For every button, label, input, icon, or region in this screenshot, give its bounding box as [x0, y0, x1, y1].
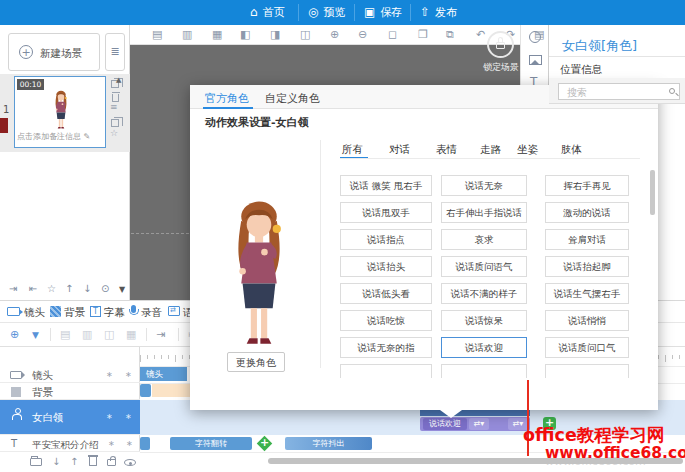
indent-icon[interactable]: ⇥: [156, 328, 165, 341]
character-action-clip[interactable]: 说话欢迎 ⇄▾ ⇄▾: [420, 417, 530, 431]
locate-icon[interactable]: ⊕: [10, 328, 19, 341]
action-button[interactable]: 说话生气摆右手: [545, 283, 629, 304]
layers-icon[interactable]: [111, 119, 119, 127]
subtitle-media-button[interactable]: 字幕: [104, 306, 125, 320]
star-icon[interactable]: ☆: [110, 128, 118, 138]
action-button[interactable]: 说话 微笑 甩右手: [340, 175, 432, 196]
delete-scene-icon[interactable]: [112, 94, 119, 102]
text-effect-clip-1[interactable]: 字符翻转: [170, 437, 252, 450]
category-tab-walk[interactable]: 走路: [480, 143, 501, 157]
filter-icon[interactable]: ▼: [32, 330, 39, 340]
star-icon[interactable]: ☆: [47, 283, 56, 294]
align-right-icon[interactable]: ▥: [182, 28, 192, 41]
category-tab-body[interactable]: 肢体: [561, 143, 582, 157]
align-bottom-icon[interactable]: ◨: [270, 28, 280, 41]
camera-media-button[interactable]: 镜头: [24, 306, 45, 320]
action-button[interactable]: 说话指点: [340, 229, 432, 250]
undo-icon[interactable]: ↶: [476, 28, 485, 41]
action-button[interactable]: 说话惊呆: [441, 310, 527, 331]
page-icon[interactable]: ❐: [418, 28, 428, 41]
loop-icon[interactable]: ⇄▾: [469, 418, 489, 430]
move-down-icon[interactable]: ↓: [52, 456, 60, 467]
tab-official-roles[interactable]: 官方角色: [205, 91, 249, 106]
align-middle-icon[interactable]: ◫: [300, 28, 310, 41]
dropdown-icon[interactable]: ▼: [119, 285, 125, 294]
move-up-icon[interactable]: ↑: [65, 283, 73, 294]
align-icon-2[interactable]: ▥: [82, 328, 92, 341]
action-button[interactable]: 哀求: [441, 229, 527, 250]
image-icon[interactable]: [529, 55, 542, 65]
scene-list-button[interactable]: ≣: [105, 33, 125, 71]
scene-note-placeholder[interactable]: 点击添加备注信息 ✎: [17, 131, 103, 142]
track-camera[interactable]: 镜头 ∗∗: [0, 366, 140, 383]
move-up-icon[interactable]: ↑: [70, 456, 78, 467]
publish-button[interactable]: ⇧发布: [420, 0, 457, 25]
list-icon[interactable]: ≡: [110, 102, 118, 112]
action-button[interactable]: 右手伸出手指说话: [441, 202, 527, 223]
action-button[interactable]: 说话质问语气: [441, 256, 527, 277]
new-scene-button[interactable]: + 新建场景: [8, 33, 100, 71]
track-character[interactable]: 女白领 ∗∗: [0, 400, 140, 435]
action-button[interactable]: 说话不满的样子: [441, 283, 527, 304]
track-text[interactable]: T 平安宝积分介绍 ∗∗: [0, 435, 140, 452]
text-chip[interactable]: [140, 437, 150, 450]
background-clip[interactable]: [152, 384, 190, 397]
zoom-out-icon[interactable]: ⊖: [358, 28, 367, 41]
more-icon[interactable]: ⊙: [101, 283, 109, 294]
align-left-icon[interactable]: ▤: [152, 28, 162, 41]
align-center-icon[interactable]: ▦: [212, 28, 222, 41]
zoom-in-icon[interactable]: ⊕: [330, 28, 339, 41]
eye-icon[interactable]: [124, 459, 136, 466]
action-button[interactable]: 说话无奈: [441, 175, 527, 196]
settings-icon[interactable]: ▤: [534, 28, 544, 41]
align-icon-4[interactable]: ▦: [126, 328, 136, 341]
lock-icon[interactable]: ◻: [388, 28, 397, 41]
record-media-button[interactable]: 录音: [141, 306, 162, 320]
move-down-icon[interactable]: ↓: [83, 283, 91, 294]
change-character-button[interactable]: 更换角色: [227, 352, 285, 372]
dialog-scrollbar[interactable]: [650, 170, 655, 215]
export-icon[interactable]: ⇤: [29, 283, 37, 294]
paste-icon[interactable]: ⧉: [446, 28, 454, 41]
category-tab-dialogue[interactable]: 对话: [389, 143, 410, 157]
background-chip[interactable]: [140, 384, 151, 397]
action-button[interactable]: 说话抬起脚: [545, 256, 629, 277]
background-media-button[interactable]: 背景: [64, 306, 85, 320]
action-button[interactable]: 说话质问口气: [545, 337, 629, 358]
import-icon[interactable]: ⇥: [9, 283, 17, 294]
folder-icon[interactable]: [30, 458, 42, 466]
preview-button[interactable]: ◎预览: [308, 0, 345, 25]
tab-custom-roles[interactable]: 自定义角色: [265, 91, 320, 106]
action-button[interactable]: 说话吃惊: [340, 310, 432, 331]
track-background[interactable]: 背景: [0, 383, 140, 400]
category-tab-expression[interactable]: 表情: [436, 143, 457, 157]
search-input[interactable]: 搜索: [558, 83, 680, 100]
action-button[interactable]: 说话悄悄: [545, 310, 629, 331]
action-button-clipped[interactable]: [545, 364, 629, 378]
save-button[interactable]: ▣保存: [364, 0, 402, 25]
action-button[interactable]: 说话抬头: [340, 256, 432, 277]
scroll-up-icon[interactable]: ▲: [116, 76, 121, 84]
action-button[interactable]: 挥右手再见: [545, 175, 629, 196]
action-button[interactable]: 说话欢迎: [441, 337, 527, 358]
action-button[interactable]: 说话无奈的指: [340, 337, 432, 358]
action-button-clipped[interactable]: [441, 364, 527, 378]
scene-item[interactable]: 1 00:10 点击添加备注信息 ✎ ≡ ☆: [0, 74, 130, 152]
action-button[interactable]: 说话低头看: [340, 283, 432, 304]
action-button-clipped[interactable]: [340, 364, 432, 378]
text-effect-clip-2[interactable]: 字符抖出: [285, 437, 372, 450]
action-button[interactable]: 耸肩对话: [545, 229, 629, 250]
align-top-icon[interactable]: ◧: [240, 28, 250, 41]
home-button[interactable]: ⌂首页: [250, 0, 285, 25]
category-tab-all[interactable]: 所有: [342, 143, 363, 157]
action-button[interactable]: 说话甩双手: [340, 202, 432, 223]
lock-icon[interactable]: [107, 459, 116, 466]
camera-clip[interactable]: 镜头: [140, 367, 187, 381]
action-button[interactable]: 激动的说话: [545, 202, 629, 223]
align-icon-3[interactable]: ◫: [104, 328, 114, 341]
category-tab-sit[interactable]: 坐姿: [517, 143, 538, 157]
scene-thumbnail[interactable]: 00:10 点击添加备注信息 ✎: [14, 76, 106, 148]
position-info-section[interactable]: 位置信息: [560, 63, 602, 77]
trash-icon[interactable]: [89, 457, 97, 466]
align-icon-1[interactable]: ▤: [60, 328, 70, 341]
